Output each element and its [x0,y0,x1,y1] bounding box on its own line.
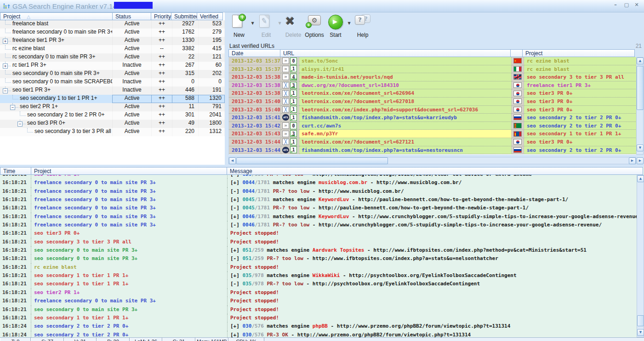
log-vertical-scrollbar[interactable] [637,175,644,337]
verified-column-header-flag[interactable] [510,49,523,57]
log-row[interactable]: 16:18:21rc ezine blastProject stopped! [0,263,637,272]
log-column-header-message[interactable]: Message [227,167,643,175]
verified-column-header-Date[interactable]: Date [228,49,280,57]
project-row[interactable]: freelance blastActive++2927523 [0,20,225,29]
log-row[interactable]: 16:18:21seo secondary 1 to tier 1 PR 1+[… [0,272,637,280]
scroll-right-corner-icon[interactable]: ▶ [637,157,644,164]
options-button[interactable]: ⚙+Options [304,14,325,38]
tree-expand-icon[interactable]: + [3,64,8,69]
log-row[interactable]: 16:18:21seo secondary 0 to main site PR … [0,254,637,263]
delete-button[interactable]: ✖Delete [283,14,304,38]
verified-row[interactable]: 2013-12-03 15:40╳1leotronix.com/xe/?docu… [229,98,637,106]
xe-board-engine-icon: ╳ [282,139,289,145]
project-row[interactable]: seo secondary 2 to tier 2 PR 0+Active++3… [0,111,225,120]
column-header-project[interactable]: Project△ [0,12,113,20]
verified-row[interactable]: 2013-12-03 15:44╳1leotronix.com/xe/?docu… [229,138,637,146]
verified-url[interactable]: curt.cc/awn7s [299,122,512,130]
edit-button[interactable]: ✎Edit [256,14,277,38]
log-row[interactable]: 16:18:24seo secondary 2 to tier 2 PR 0+[… [0,331,637,337]
verified-row[interactable]: 2013-12-03 15:37»1alisys.it/1r41rc ezine… [229,65,637,74]
tree-expand-icon[interactable]: + [3,39,8,44]
verified-vscroll-thumb[interactable] [637,66,644,110]
log-row[interactable]: 16:18:21freelance secondary 0 to main si… [0,196,637,204]
verified-url[interactable]: leotronix.com/xe/?document_srl=627121 [299,138,512,146]
log-row[interactable]: 16:18:21freelance secondary 0 to main si… [0,221,637,229]
project-row[interactable]: −seo tier2 PR 1+Active++11791 [0,103,225,111]
log-scroll-down-icon[interactable]: ▼ [637,329,644,336]
maximize-button[interactable]: ▢ [622,2,631,9]
project-row[interactable]: −seo tier3 PR 0+Active++491800 [0,120,225,128]
project-row[interactable]: −seo tier1 PR 3+Inactive++446191 [0,87,225,95]
new-button[interactable]: +New [228,14,250,38]
verified-url[interactable]: leotronix.com/xe/?document_srl=626964 [299,89,512,98]
log-scroll-up-icon[interactable]: ▲ [637,175,644,182]
log-row[interactable]: 16:18:21freelance secondary 0 to main si… [0,179,637,187]
project-row[interactable]: seo secondary 0 to main site PR 3+Active… [0,70,225,78]
verified-row[interactable]: 2013-12-03 15:38»4made-in-tunisia.net/yo… [229,73,637,81]
verified-row[interactable]: 2013-12-03 15:44ATS1fishandsmith.com/top… [229,146,637,155]
app-logo-icon [3,2,10,10]
verified-url[interactable]: alisys.it/1r41 [299,65,512,74]
log-row[interactable]: 16:18:21seo tier2 PR 1+Project stopped! [0,289,637,297]
new-dropdown-arrow-icon[interactable]: ▼ [250,21,256,25]
verified-row[interactable]: 2013-12-03 15:43»3safe.mn/p3Yrseo second… [229,130,637,138]
tree-collapse-icon[interactable]: − [3,88,8,93]
verified-url[interactable]: made-in-tunisia.net/yourls/nqd [299,73,512,81]
verified-row[interactable]: 2013-12-03 15:41ATS1fishandsmith.com/top… [229,114,637,122]
close-button[interactable]: ✕ [632,2,641,9]
tree-collapse-icon[interactable]: − [10,105,15,110]
project-row[interactable]: freelance secondary 0 to main site PR 3+… [0,29,225,37]
verified-row[interactable]: 2013-12-03 15:38╳3dwwc.org/xe/?document_… [229,81,637,90]
column-header-verified[interactable]: Verified [197,12,223,20]
scroll-down-icon[interactable]: ▼ [637,144,644,151]
edit-dropdown-arrow-icon[interactable]: ▼ [277,21,283,25]
verified-row[interactable]: 2013-12-03 15:37»0stan.to/5oncrc ezine b… [229,57,637,65]
project-row[interactable]: seo secondary 0 to main site SCRAPEBOXIn… [0,78,225,87]
start-button[interactable]: Start [325,14,346,38]
verified-row[interactable]: 2013-12-03 15:38╳1leotronix.com/xe/?docu… [229,89,637,98]
project-row[interactable]: rc secondary 0 to main site PR 3+Active+… [0,53,225,62]
verified-url[interactable]: safe.mn/p3Yr [299,130,512,138]
log-column-header-time[interactable]: Time [0,167,31,175]
verified-row[interactable]: 2013-12-03 15:42»0curt.cc/awn7sseo secon… [229,122,637,130]
column-header-status[interactable]: Status [112,12,151,20]
verified-column-header-URL[interactable]: URL [280,49,511,57]
log-row[interactable]: 16:18:21freelance secondary 0 to main si… [0,204,637,212]
scroll-left-icon[interactable]: ◀ [229,157,236,164]
project-row[interactable]: +freelance tier1 PR 3+Active++1330195 [0,37,225,45]
log-vscroll-thumb[interactable] [637,315,644,326]
tree-collapse-icon[interactable]: − [17,121,23,127]
verified-url[interactable]: leotronix.com/xe/index.php?mid=support&d… [299,106,512,114]
log-row[interactable]: 16:18:21seo tier2 PR 1+[-] 029/330 PR-? … [0,175,637,179]
scroll-up-icon[interactable]: ▲ [637,58,644,64]
log-row[interactable]: 16:18:21seo secondary 3 to tier 3 PR all… [0,238,637,246]
column-header-submitted[interactable]: Submitted [171,12,197,20]
project-row[interactable]: +rc tier1 PR 3+Inactive++26760 [0,62,225,70]
project-row[interactable]: seo secondary 1 to tier 1 PR 1+Active++5… [0,95,225,103]
help-button[interactable]: ??Help [352,14,373,38]
verified-url[interactable]: fishandsmith.com/top/index.php?a=stats&u… [299,114,512,122]
log-row[interactable]: 16:18:21freelance secondary 0 to main si… [0,187,637,196]
verified-url[interactable]: dwwc.org/xe/?document_srl=184310 [299,81,512,90]
scroll-right-icon[interactable]: ▶ [629,157,636,164]
verified-hscroll-thumb[interactable] [236,157,388,164]
log-row[interactable]: 16:18:21seo secondary 1 to tier 1 PR 1+[… [0,280,637,288]
minimize-button[interactable]: – [611,2,620,9]
verified-row[interactable]: 2013-12-03 15:40╳1leotronix.com/xe/index… [229,106,637,114]
verified-column-header-Project[interactable]: Project [522,49,635,57]
verified-url[interactable]: leotronix.com/xe/?document_srl=627018 [299,98,512,106]
log-column-header-project[interactable]: Project [31,167,227,175]
start-dropdown-arrow-icon[interactable]: ▼ [346,21,352,25]
project-row[interactable]: rc ezine blastActive--3382415 [0,45,225,53]
log-row[interactable]: 16:18:21seo tier3 PR 0+Project stopped! [0,229,637,237]
log-row[interactable]: 16:18:21seo secondary 0 to main site PR … [0,306,637,314]
log-row[interactable]: 16:18:21seo secondary 0 to main site PR … [0,246,637,254]
log-row[interactable]: 16:18:21freelance secondary 0 to main si… [0,297,637,305]
verified-url[interactable]: fishandsmith.com/top/index.php?a=stats&u… [299,146,512,155]
verified-url[interactable]: stan.to/5onc [299,57,512,65]
log-row[interactable]: 16:18:21freelance secondary 0 to main si… [0,213,637,221]
log-row[interactable]: 16:18:21seo secondary 1 to tier 1 PR 1+P… [0,314,637,322]
column-header-priority[interactable]: Priority [151,12,171,20]
project-row[interactable]: seo secondary 3 to tier 3 PR allActive++… [0,128,225,136]
log-row[interactable]: 16:18:24seo secondary 2 to tier 2 PR 0+[… [0,322,637,330]
